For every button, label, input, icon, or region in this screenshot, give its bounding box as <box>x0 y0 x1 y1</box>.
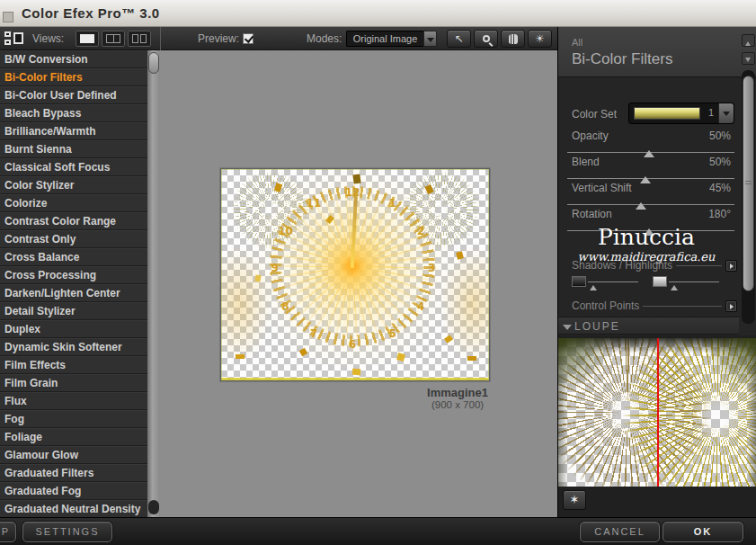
filter-item[interactable]: Graduated Fog <box>0 482 147 500</box>
select-arrow-icon: ↖ <box>454 32 463 45</box>
filter-item[interactable]: Darken/Lighten Center <box>0 284 147 302</box>
shadows-highlights-expand-button[interactable] <box>725 260 737 272</box>
loupe-header[interactable]: LOUPE <box>558 317 739 335</box>
shadows-slider-thumb[interactable] <box>590 281 597 290</box>
control-points-row: Control Points <box>572 299 737 312</box>
filter-item[interactable]: Bleach Bypass <box>0 104 147 122</box>
filter-item[interactable]: Flux <box>0 392 147 410</box>
panel-header: All Bi-Color Filters <box>558 27 756 77</box>
clock-number: 7 <box>310 327 317 340</box>
help-button[interactable]: P <box>0 522 16 542</box>
highlights-swatch[interactable] <box>653 276 667 287</box>
panel-layout-icon[interactable] <box>4 31 24 46</box>
filter-item[interactable]: Burnt Sienna <box>0 140 147 158</box>
clock-number: 2 <box>417 225 424 237</box>
ok-button[interactable]: OK <box>663 522 743 542</box>
confetti-piece <box>467 356 476 361</box>
color-efex-pro-window: Color Efex Pro™ 3.0 Views: Preview: Mode… <box>0 0 756 545</box>
shadows-mini-slider[interactable] <box>572 276 638 287</box>
sidebyside-view-icon <box>132 34 147 43</box>
preview-image[interactable]: 12 1 2 3 4 5 6 7 8 9 10 11 <box>220 168 490 381</box>
color-set-dropdown-arrow-icon[interactable] <box>718 103 734 123</box>
view-sidebyside-button[interactable] <box>128 31 151 47</box>
panel-scroll-down-button[interactable] <box>742 52 755 65</box>
loupe-collapse-caret-icon[interactable] <box>563 325 572 335</box>
cancel-button[interactable]: CANCEL <box>580 522 660 542</box>
vertical-shift-slider[interactable] <box>567 204 734 205</box>
filter-item[interactable]: Duplex <box>0 320 147 338</box>
filter-list-scrollbar[interactable] <box>147 50 160 517</box>
filter-item[interactable]: Dynamic Skin Softener <box>0 338 147 356</box>
image-dimensions: (900 x 700) <box>427 399 488 410</box>
shadows-highlights-row: Shadows / Highlights <box>572 259 737 272</box>
control-points-expand-button[interactable] <box>725 300 737 312</box>
loupe-label: LOUPE <box>574 320 620 333</box>
filter-item[interactable]: B/W Conversion <box>0 50 147 68</box>
filter-item[interactable]: Colorize <box>0 194 147 212</box>
filter-item-selected[interactable]: Bi-Color Filters <box>0 68 147 86</box>
filter-item[interactable]: Graduated Neutral Density <box>0 500 147 517</box>
vertical-shift-slider-thumb[interactable] <box>636 197 646 210</box>
modes-dropdown-arrow-icon[interactable] <box>423 31 437 47</box>
pan-tool-button[interactable] <box>501 30 525 48</box>
blend-value: 50% <box>709 156 731 168</box>
blend-slider[interactable] <box>567 178 734 179</box>
single-view-icon <box>80 34 94 43</box>
filter-item[interactable]: Cross Processing <box>0 266 147 284</box>
preview-checkbox[interactable] <box>243 33 253 44</box>
panel-scroll-up-button[interactable] <box>742 34 755 47</box>
filter-item[interactable]: Contrast Color Range <box>0 212 147 230</box>
filter-item[interactable]: Brilliance/Warmth <box>0 122 147 140</box>
filter-item[interactable]: Film Grain <box>0 374 147 392</box>
lamp-icon: ☀ <box>535 32 545 45</box>
filter-category: All <box>572 37 583 48</box>
opacity-slider[interactable] <box>567 152 734 153</box>
loupe-pin-button[interactable]: ✶ <box>563 490 586 510</box>
settings-button[interactable]: SETTINGS <box>22 522 112 542</box>
filter-item[interactable]: Foliage <box>0 428 147 446</box>
confetti-piece <box>352 174 360 183</box>
loupe-view[interactable] <box>558 338 756 487</box>
clock-number: 8 <box>281 300 289 313</box>
view-split-button[interactable] <box>102 31 125 47</box>
filter-item[interactable]: Detail Stylizer <box>0 302 147 320</box>
filter-item[interactable]: Color Stylizer <box>0 176 147 194</box>
image-caption: Immagine1 (900 x 700) <box>220 386 490 412</box>
clock-number: 3 <box>428 262 435 274</box>
blend-slider-thumb[interactable] <box>640 171 651 183</box>
shadows-swatch[interactable] <box>572 276 586 287</box>
highlights-slider-thumb[interactable] <box>671 281 678 290</box>
split-view-icon <box>106 34 120 43</box>
filter-item[interactable]: Fog <box>0 410 147 428</box>
confetti-piece <box>352 369 361 376</box>
filter-item[interactable]: Contrast Only <box>0 230 147 248</box>
window-title: Color Efex Pro™ 3.0 <box>22 0 160 26</box>
view-single-button[interactable] <box>76 31 99 47</box>
filter-item[interactable]: Glamour Glow <box>0 446 147 464</box>
scrollbar-thumb[interactable] <box>148 52 159 74</box>
background-color-tool-button[interactable]: ☀ <box>528 30 552 48</box>
color-set-picker[interactable]: 1 <box>628 103 734 124</box>
vertical-shift-label: Vertical Shift <box>572 182 632 194</box>
highlights-mini-slider[interactable] <box>653 276 719 287</box>
zoom-tool-button[interactable] <box>474 30 498 48</box>
opacity-slider-thumb[interactable] <box>644 145 654 157</box>
filter-item[interactable]: Classical Soft Focus <box>0 158 147 176</box>
filter-item[interactable]: Graduated Filters <box>0 464 147 482</box>
title-bar: Color Efex Pro™ 3.0 <box>0 0 756 27</box>
shadows-highlights-label: Shadows / Highlights <box>572 259 672 272</box>
panel-scrollbar-thumb[interactable] <box>743 76 754 291</box>
filter-item[interactable]: Bi-Color User Defined <box>0 86 147 104</box>
window-icon <box>3 12 13 22</box>
color-set-swatch[interactable] <box>634 107 700 120</box>
color-set-value: 1 <box>708 107 714 118</box>
preview-label: Preview: <box>198 27 239 50</box>
panel-scrollbar[interactable] <box>742 70 755 324</box>
watermark-name: Pinuccia <box>558 224 734 250</box>
clock-number: 9 <box>271 262 278 274</box>
filter-item[interactable]: Cross Balance <box>0 248 147 266</box>
clock-number: 5 <box>389 327 396 340</box>
select-arrow-tool-button[interactable]: ↖ <box>447 30 471 48</box>
filter-item[interactable]: Film Effects <box>0 356 147 374</box>
modes-dropdown[interactable]: Original Image <box>346 31 423 47</box>
